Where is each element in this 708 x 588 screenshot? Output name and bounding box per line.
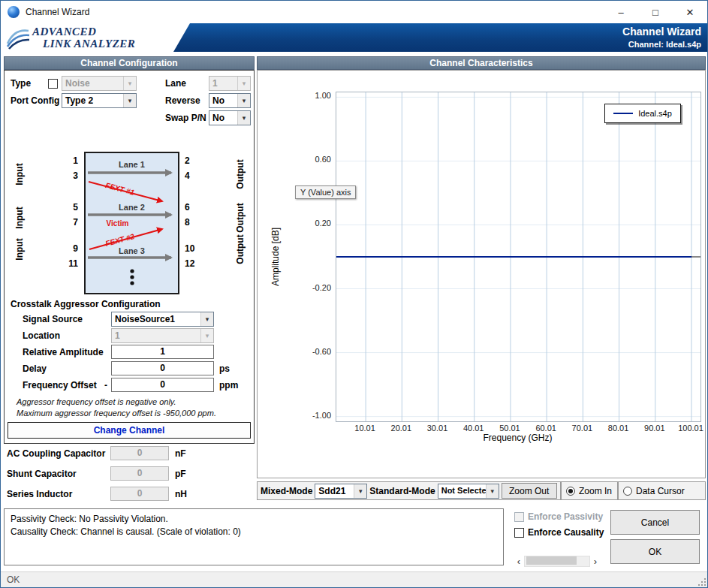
minimize-icon: – bbox=[618, 7, 623, 18]
mixed-mode-select-value: Sdd21 bbox=[315, 484, 354, 498]
delay-input[interactable]: 0 bbox=[111, 361, 214, 375]
enforce-passivity-checkbox bbox=[514, 512, 524, 522]
logo-plate: ADVANCED LINK ANALYZER bbox=[1, 23, 190, 52]
mixed-mode-select[interactable]: Sdd21 ▾ bbox=[315, 484, 367, 499]
data-cursor-radio[interactable] bbox=[623, 487, 632, 496]
location-label: Location bbox=[23, 330, 60, 341]
zoom-out-button[interactable]: Zoom Out bbox=[502, 483, 557, 499]
config-box: Type Noise ▾ Lane 1 ▾ Port Config Type 2… bbox=[4, 70, 255, 444]
x-tick-label: 30.01 bbox=[427, 424, 448, 433]
reverse-label: Reverse bbox=[165, 95, 200, 106]
standard-mode-select[interactable]: Not Selected ▾ bbox=[438, 484, 499, 499]
aggressor-note-2: Maximum aggressor frequency offset is -9… bbox=[17, 409, 216, 418]
shunt-capacitor-input: 0 bbox=[110, 466, 169, 481]
chart-controls: Mixed-Mode Sdd21 ▾ Standard-Mode Not Sel… bbox=[257, 481, 706, 500]
ok-button[interactable]: OK bbox=[610, 539, 700, 564]
frequency-offset-input[interactable]: 0 bbox=[111, 378, 214, 392]
delay-unit: ps bbox=[219, 363, 230, 374]
pin-number-right: 12 bbox=[185, 258, 212, 269]
pin-number-left: 11 bbox=[51, 258, 78, 269]
pin-number-right: 4 bbox=[185, 170, 212, 181]
x-tick-label: 10.01 bbox=[354, 424, 375, 433]
lane-select-value: 1 bbox=[209, 77, 237, 90]
logo-waves-icon bbox=[5, 26, 31, 50]
series-inductor-unit: nH bbox=[175, 489, 187, 499]
minimize-button[interactable]: – bbox=[604, 1, 638, 23]
delay-label: Delay bbox=[23, 363, 47, 374]
port-config-select[interactable]: Type 2 ▾ bbox=[62, 93, 137, 108]
data-cursor-label: Data Cursor bbox=[636, 486, 685, 496]
swap-pn-select[interactable]: No ▾ bbox=[209, 110, 251, 125]
shunt-capacitor-unit: pF bbox=[175, 469, 186, 479]
type-checkbox[interactable] bbox=[48, 79, 58, 89]
resize-grip[interactable] bbox=[697, 577, 706, 586]
reverse-select[interactable]: No ▾ bbox=[209, 93, 251, 108]
scroll-left-icon[interactable]: ‹ bbox=[514, 556, 524, 567]
lane-select: 1 ▾ bbox=[209, 76, 251, 91]
channel-wizard-window: Channel Wizard – □ ✕ ADVANCED LINK ANALY… bbox=[0, 0, 708, 588]
standard-mode-select-value: Not Selected bbox=[438, 484, 486, 498]
plot-area[interactable] bbox=[336, 92, 701, 422]
change-channel-button[interactable]: Change Channel bbox=[8, 422, 251, 439]
relative-amplitude-input[interactable]: 1 bbox=[111, 345, 214, 359]
scrollbar-track[interactable] bbox=[524, 556, 590, 567]
legend: Ideal.s4p bbox=[604, 104, 681, 123]
signal-source-select[interactable]: NoiseSource1 ▾ bbox=[111, 312, 214, 327]
dropdown-arrow-icon: ▾ bbox=[237, 94, 250, 107]
scrollbar-thumb[interactable] bbox=[526, 556, 577, 565]
statusbar-text: OK bbox=[7, 574, 20, 585]
x-tick-label: 20.01 bbox=[391, 424, 412, 433]
pin-number-right: 10 bbox=[185, 243, 212, 254]
ac-coupling-input: 0 bbox=[110, 446, 169, 460]
legend-series-label: Ideal.s4p bbox=[638, 109, 672, 118]
maximize-icon: □ bbox=[652, 7, 658, 18]
close-button[interactable]: ✕ bbox=[673, 1, 707, 23]
output-label: Output bbox=[235, 159, 246, 188]
zoom-in-radio[interactable] bbox=[566, 487, 575, 496]
x-tick-label: 70.01 bbox=[572, 424, 593, 433]
dropdown-arrow-icon: ▾ bbox=[200, 312, 213, 326]
titlebar: Channel Wizard – □ ✕ bbox=[1, 1, 707, 23]
type-select: Noise ▾ bbox=[62, 76, 137, 91]
signal-source-label: Signal Source bbox=[23, 314, 83, 324]
passivity-check-text: Passivity Check: No Passivity Violation. bbox=[11, 513, 497, 526]
type-label: Type bbox=[11, 78, 31, 89]
enforce-causality-checkbox[interactable] bbox=[514, 528, 524, 538]
lane-label: Lane bbox=[165, 78, 186, 89]
pin-number-left: 7 bbox=[51, 217, 78, 228]
dropdown-arrow-icon: ▾ bbox=[200, 329, 213, 342]
dropdown-arrow-icon: ▾ bbox=[237, 77, 250, 90]
data-cursor-option[interactable]: Data Cursor bbox=[618, 481, 706, 500]
x-tick-label: 50.01 bbox=[499, 424, 520, 433]
logo-text: ADVANCED LINK ANALYZER bbox=[32, 26, 135, 50]
location-select: 1 ▾ bbox=[111, 328, 214, 343]
window-controls: – □ ✕ bbox=[604, 1, 707, 23]
statusbar: OK bbox=[1, 571, 707, 587]
pin-number-right: 8 bbox=[185, 217, 212, 228]
pin-number-left: 5 bbox=[51, 202, 78, 213]
frequency-offset-label: Frequency Offset bbox=[23, 380, 97, 390]
x-axis-label: Frequency (GHz) bbox=[336, 433, 700, 443]
frequency-offset-sign: - bbox=[104, 380, 107, 390]
header-banner: ADVANCED LINK ANALYZER Channel Wizard Ch… bbox=[1, 23, 707, 52]
x-tick-label: 100.01 bbox=[678, 424, 703, 433]
pin-number-left: 9 bbox=[51, 243, 78, 254]
series-inductor-label: Series Inductor bbox=[7, 489, 72, 499]
series-inductor-input: 0 bbox=[110, 487, 169, 501]
cancel-button[interactable]: Cancel bbox=[610, 510, 700, 535]
y-tick-label: 0.20 bbox=[297, 219, 331, 228]
options-scrollbar[interactable]: ‹ › bbox=[514, 555, 601, 568]
scroll-right-icon[interactable]: › bbox=[590, 556, 601, 567]
lane2-label: Lane 2 bbox=[86, 203, 178, 212]
y-tick-label: -0.20 bbox=[297, 283, 331, 292]
x-tick-label: 80.01 bbox=[608, 424, 629, 433]
lane3-label: Lane 3 bbox=[86, 246, 178, 255]
enforce-causality-label: Enforce Causality bbox=[528, 527, 604, 538]
enforce-passivity-label: Enforce Passivity bbox=[528, 511, 603, 522]
status-box: Passivity Check: No Passivity Violation.… bbox=[4, 508, 504, 565]
zoom-in-option[interactable]: Zoom In bbox=[561, 481, 618, 500]
mode-controls: Mixed-Mode Sdd21 ▾ Standard-Mode Not Sel… bbox=[257, 481, 561, 500]
banner-right: Channel Wizard Channel: Ideal.s4p bbox=[622, 26, 701, 49]
maximize-button[interactable]: □ bbox=[638, 1, 673, 23]
port-config-select-value: Type 2 bbox=[62, 94, 123, 107]
